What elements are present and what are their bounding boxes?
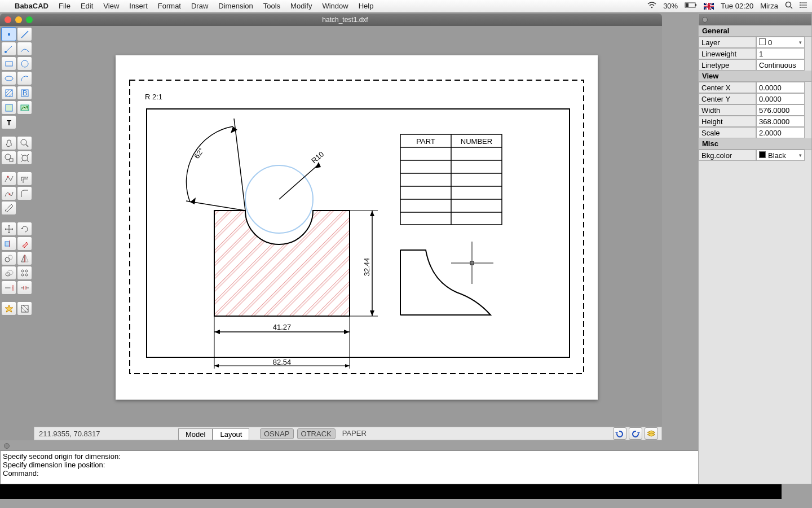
panel-grip-icon[interactable] <box>702 17 708 23</box>
tool-point[interactable] <box>1 27 16 41</box>
menu-format[interactable]: Format <box>158 2 181 10</box>
command-log[interactable]: Specify second origin for dimension: Spe… <box>0 450 782 484</box>
svg-rect-36 <box>5 242 10 246</box>
spotlight-icon[interactable] <box>785 1 793 11</box>
svg-text:PART: PART <box>416 137 435 146</box>
prop-height-label: Height <box>699 116 756 127</box>
tool-spline[interactable] <box>1 186 16 200</box>
svg-rect-58 <box>147 109 570 357</box>
svg-rect-13 <box>8 33 10 36</box>
tool-polyline-edit[interactable] <box>1 172 16 186</box>
tool-extend[interactable] <box>1 281 16 295</box>
svg-point-16 <box>5 51 7 53</box>
svg-text:62°: 62° <box>192 146 206 160</box>
prop-height-value[interactable]: 368.0000 <box>756 116 805 127</box>
battery-icon[interactable] <box>685 2 697 10</box>
section-general: General <box>699 25 811 37</box>
tool-zoom-extents[interactable] <box>17 151 32 165</box>
toggle-otrack[interactable]: OTRACK <box>297 428 336 439</box>
tool-erase[interactable] <box>17 237 32 251</box>
menu-edit[interactable]: Edit <box>81 2 93 10</box>
prop-scale-value[interactable]: 2.0000 <box>756 127 805 138</box>
svg-point-18 <box>21 60 28 67</box>
toggle-osnap[interactable]: OSNAP <box>260 428 294 439</box>
coordinates-readout: 211.9355, 70.8317 <box>39 430 100 438</box>
prop-centerx-value[interactable]: 0.0000 <box>756 82 805 93</box>
menu-tools[interactable]: Tools <box>263 2 280 10</box>
drawing-canvas[interactable]: R 2:1 <box>36 26 661 440</box>
tool-trim[interactable] <box>1 237 16 251</box>
menu-insert[interactable]: Insert <box>129 2 148 10</box>
tool-image[interactable] <box>17 100 32 115</box>
tool-text[interactable]: T <box>1 115 16 129</box>
menu-modify[interactable]: Modify <box>290 2 312 10</box>
tool-zoom[interactable] <box>17 136 32 150</box>
prop-centerx-label: Center X <box>699 82 756 93</box>
tool-ellipse[interactable] <box>1 71 16 85</box>
tool-rectangle[interactable] <box>1 56 16 71</box>
clock[interactable]: Tue 02:20 <box>721 2 753 10</box>
undo-button[interactable] <box>613 427 626 440</box>
section-view: View <box>699 71 811 82</box>
panel-grip-icon[interactable] <box>4 443 10 449</box>
layers-button[interactable] <box>645 427 658 440</box>
tool-break[interactable] <box>17 281 32 295</box>
prop-linetype-value[interactable]: Continuous <box>756 59 805 71</box>
menu-dimension[interactable]: Dimension <box>218 2 253 10</box>
prop-centery-label: Center Y <box>699 93 756 104</box>
tool-scale[interactable] <box>1 266 16 280</box>
menu-window[interactable]: Window <box>322 2 348 10</box>
tool-explode[interactable] <box>1 301 16 316</box>
prop-width-value[interactable]: 576.0000 <box>756 104 805 116</box>
tool-fillet[interactable] <box>17 186 32 200</box>
svg-line-63 <box>186 201 245 211</box>
tool-offset[interactable] <box>17 172 32 186</box>
minimize-window-button[interactable] <box>15 16 22 23</box>
svg-point-12 <box>800 7 801 8</box>
tool-line[interactable] <box>17 27 32 41</box>
prop-centery-value[interactable]: 0.0000 <box>756 93 805 104</box>
menu-file[interactable]: File <box>59 2 70 10</box>
tool-hatch[interactable] <box>1 86 16 100</box>
tool-pan[interactable] <box>1 136 16 150</box>
menu-list-icon[interactable] <box>800 2 807 10</box>
tool-rotate[interactable] <box>17 222 32 236</box>
redo-button[interactable] <box>629 427 642 440</box>
tool-region[interactable] <box>1 100 16 115</box>
tool-array[interactable] <box>17 266 32 280</box>
tool-arc[interactable] <box>17 71 32 85</box>
tool-ray[interactable] <box>1 42 16 56</box>
document-window: hatch_test1.dxf <box>0 14 662 26</box>
tool-xline[interactable] <box>17 42 32 56</box>
status-bar: 211.9355, 70.8317 Model Layout OSNAP OTR… <box>34 427 662 440</box>
close-window-button[interactable] <box>5 16 11 23</box>
tool-block[interactable]: B <box>17 86 32 100</box>
tool-properties[interactable] <box>17 301 32 316</box>
tool-zoom-window[interactable] <box>1 151 16 165</box>
svg-point-34 <box>7 176 8 177</box>
prop-bgcolor-value[interactable]: Black▾ <box>756 150 805 161</box>
tool-measure[interactable] <box>1 201 16 215</box>
tool-move[interactable] <box>1 222 16 236</box>
flag-uk-icon[interactable] <box>704 3 714 10</box>
menu-help[interactable]: Help <box>359 2 374 10</box>
svg-rect-54 <box>21 305 28 312</box>
menu-view[interactable]: View <box>103 2 119 10</box>
tool-copy[interactable] <box>1 251 16 265</box>
tab-layout[interactable]: Layout <box>213 428 249 440</box>
wifi-icon[interactable] <box>647 2 656 10</box>
username[interactable]: Mirza <box>760 2 778 10</box>
tool-mirror[interactable] <box>17 251 32 265</box>
window-titlebar[interactable]: hatch_test1.dxf <box>0 14 662 26</box>
tab-model[interactable]: Model <box>178 428 213 440</box>
paper-sheet: R 2:1 <box>116 55 598 400</box>
prop-lineweight-label: Lineweight <box>699 48 756 59</box>
scale-text: R 2:1 <box>145 93 162 101</box>
maximize-window-button[interactable] <box>26 16 33 23</box>
prop-width-label: Width <box>699 104 756 116</box>
menu-draw[interactable]: Draw <box>191 2 208 10</box>
app-name[interactable]: BabaCAD <box>15 2 48 10</box>
prop-layer-value[interactable]: 0▾ <box>756 37 805 48</box>
tool-circle[interactable] <box>17 56 32 71</box>
prop-lineweight-value[interactable]: 1 <box>756 48 805 59</box>
